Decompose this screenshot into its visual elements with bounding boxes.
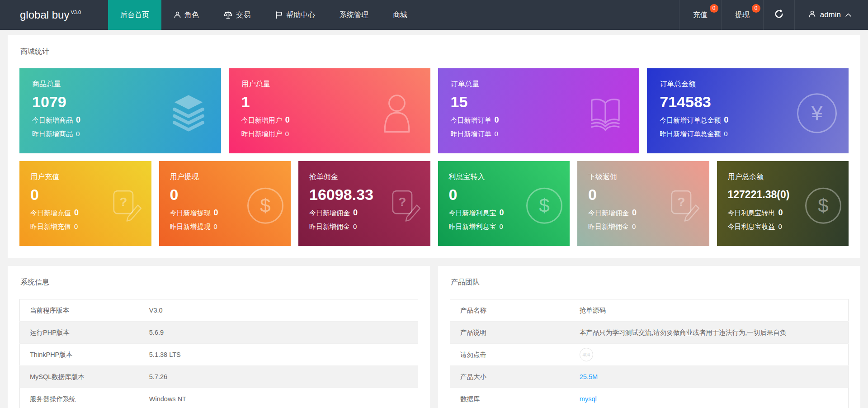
row-value: 5.1.38 LTS xyxy=(139,344,418,366)
top-navbar: global buy V3.0 后台首页角色交易帮助中心系统管理商城 充值0提现… xyxy=(0,0,868,30)
row-label: ThinkPHP版本 xyxy=(20,344,139,366)
stat-card-today-label: 今日新增订单总金额 xyxy=(660,116,721,124)
row-label: 当前程序版本 xyxy=(20,299,139,322)
user-icon xyxy=(375,90,419,137)
stat-card-today-value: 0 xyxy=(500,208,504,217)
value-link[interactable]: mysql xyxy=(580,395,597,403)
nav-item-label: 系统管理 xyxy=(340,10,368,20)
docq-icon: ? xyxy=(105,185,144,226)
stat-card-title: 用户总余额 xyxy=(728,172,838,182)
stat-card-yesterday-line: 今日利息宝收益0 xyxy=(728,223,838,231)
app-logo: global buy V3.0 xyxy=(0,0,108,30)
stat-card-today-value: 0 xyxy=(74,208,79,217)
badge-404[interactable]: 404 xyxy=(580,348,593,361)
row-value: 25.5M xyxy=(570,366,849,388)
dollar-icon: $ xyxy=(805,188,841,224)
row-label: 产品名称 xyxy=(450,299,570,322)
nav-item-roles[interactable]: 角色 xyxy=(161,0,211,30)
stat-card-user-recharge: 用户充值0今日新增充值0昨日新增充值0? xyxy=(19,161,151,246)
book-icon xyxy=(583,92,627,135)
stat-card-title: 下级返佣 xyxy=(588,172,698,182)
table-row: 当前程序版本V3.0 xyxy=(20,299,418,322)
stat-card-user-balance: 用户总余额127221.38(0)今日利息宝转出0今日利息宝收益0$ xyxy=(717,161,849,246)
row-label: 产品大小 xyxy=(450,366,570,388)
stat-card-today-value: 0 xyxy=(76,115,80,124)
value-text: V3.0 xyxy=(149,307,163,314)
stat-card-yesterday-label: 昨日新增用户 xyxy=(241,130,282,138)
table-row: 请勿点击404 xyxy=(450,344,849,366)
nav-item-system-admin[interactable]: 系统管理 xyxy=(327,0,381,30)
person-icon xyxy=(174,11,181,19)
recharge-label: 充值 xyxy=(693,10,708,20)
stat-card-yesterday-label: 昨日新增佣金 xyxy=(309,223,350,230)
stat-card-interest-in: 利息宝转入0今日新增利息宝0昨日新增利息宝0$ xyxy=(438,161,570,246)
stat-card-today-label: 今日新增佣金 xyxy=(309,209,350,217)
docq-icon: ? xyxy=(663,185,702,226)
value-link[interactable]: 25.5M xyxy=(580,373,598,380)
mall-stats-panel: 商城统计 商品总量1079今日新增商品0昨日新增商品0用户总量1今日新增用户0昨… xyxy=(8,35,860,258)
stat-card-yesterday-value: 0 xyxy=(353,223,357,230)
stat-card-yesterday-value: 0 xyxy=(214,223,217,230)
refresh-icon xyxy=(774,9,784,21)
stat-card-title: 用户提现 xyxy=(170,172,280,182)
withdraw-button[interactable]: 提现0 xyxy=(721,0,763,30)
svg-text:?: ? xyxy=(119,195,127,209)
nav-item-dashboard[interactable]: 后台首页 xyxy=(108,0,161,30)
stat-card-yesterday-value: 0 xyxy=(778,223,782,230)
user-menu[interactable]: admin xyxy=(794,0,868,30)
svg-text:?: ? xyxy=(398,195,406,209)
stat-card-orders-total: 订单总量15今日新增订单0昨日新增订单0 xyxy=(438,68,640,153)
table-row: 产品大小25.5M xyxy=(450,366,849,388)
dollar-icon: $ xyxy=(247,188,283,224)
stat-card-today-value: 0 xyxy=(495,115,499,124)
svg-text:?: ? xyxy=(677,195,685,209)
table-row: 产品说明本产品只为学习测试交流,请勿要做商业或者用于违法行为,一切后果自负 xyxy=(450,322,849,344)
table-row: 服务器操作系统Windows NT xyxy=(20,388,418,408)
stat-card-today-label: 今日新增利息宝 xyxy=(449,209,496,217)
nav-item-mall[interactable]: 商城 xyxy=(381,0,420,30)
stat-card-yesterday-value: 0 xyxy=(724,130,727,138)
row-value: 5.6.9 xyxy=(139,322,418,344)
stat-card-today-value: 0 xyxy=(724,115,728,124)
stat-card-title: 用户总量 xyxy=(241,80,418,89)
stat-card-today-label: 今日新增商品 xyxy=(32,116,73,124)
stat-card-today-value: 0 xyxy=(285,115,290,124)
row-value: V3.0 xyxy=(139,299,418,322)
stat-card-yesterday-label: 昨日新增充值 xyxy=(30,223,71,230)
value-text: Windows NT xyxy=(149,395,186,403)
table-row: MySQL数据库版本5.7.26 xyxy=(20,366,418,388)
stat-card-yesterday-label: 今日利息宝收益 xyxy=(728,223,775,230)
row-label: 请勿点击 xyxy=(450,344,570,366)
row-value: 5.7.26 xyxy=(139,366,418,388)
nav-item-help-center[interactable]: 帮助中心 xyxy=(263,0,327,30)
layers-icon xyxy=(168,91,209,136)
system-info-panel: 系统信息 当前程序版本V3.0运行PHP版本5.6.9ThinkPHP版本5.1… xyxy=(8,266,430,408)
nav-item-label: 帮助中心 xyxy=(286,10,315,20)
stat-card-today-label: 今日新增充值 xyxy=(30,209,71,217)
product-team-panel: 产品团队 产品名称抢单源码产品说明本产品只为学习测试交流,请勿要做商业或者用于违… xyxy=(438,266,860,408)
stat-card-yesterday-line: 昨日新增提现0 xyxy=(170,223,280,231)
stat-card-today-label: 今日新增提现 xyxy=(170,209,211,217)
stat-card-title: 商品总量 xyxy=(32,80,208,89)
stat-card-yesterday-label: 昨日新增佣金 xyxy=(588,223,629,230)
refresh-button[interactable] xyxy=(763,0,794,30)
user-name: admin xyxy=(820,10,841,19)
stat-card-today-label: 今日新增订单 xyxy=(451,116,491,124)
table-row: 产品名称抢单源码 xyxy=(450,299,849,322)
stat-card-yesterday-value: 0 xyxy=(76,130,80,138)
main-menu: 后台首页角色交易帮助中心系统管理商城 xyxy=(108,0,420,30)
stat-card-yesterday-value: 0 xyxy=(74,223,78,230)
flag-icon xyxy=(275,11,283,19)
row-value: 抢单源码 xyxy=(570,299,849,322)
stat-card-title: 用户充值 xyxy=(30,172,141,182)
stat-card-yesterday-value: 0 xyxy=(285,130,289,138)
user-icon xyxy=(808,10,816,20)
recharge-badge: 0 xyxy=(710,4,718,13)
withdraw-badge: 0 xyxy=(752,4,760,13)
stat-card-yesterday-value: 0 xyxy=(500,223,503,230)
stat-card-grab-commission: 抢单佣金16098.33今日新增佣金0昨日新增佣金0? xyxy=(298,161,430,246)
stat-card-today-value: 0 xyxy=(353,208,358,217)
system-info-title: 系统信息 xyxy=(20,278,418,287)
nav-item-trade[interactable]: 交易 xyxy=(211,0,263,30)
recharge-button[interactable]: 充值0 xyxy=(679,0,721,30)
